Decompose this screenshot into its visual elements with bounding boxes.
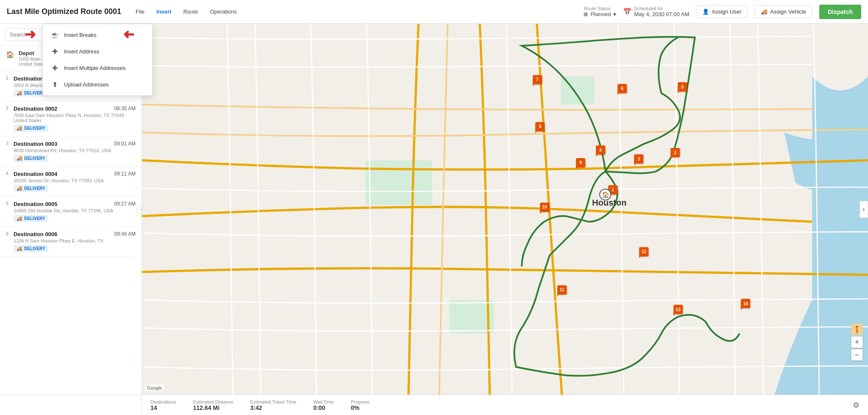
map-pin-10[interactable]: 10 bbox=[540, 203, 549, 212]
google-logo: Google bbox=[145, 384, 164, 391]
map-person-icon[interactable]: 🧍 bbox=[851, 323, 863, 335]
stat-destinations: Destinations 14 bbox=[150, 399, 176, 411]
delivery-badge-6: 🚚 DELIVERY bbox=[14, 245, 48, 252]
pin-label-6: 6 bbox=[621, 86, 623, 91]
truck-icon-2: 🚚 bbox=[17, 125, 22, 131]
scheduled-label: Scheduled for bbox=[634, 6, 689, 11]
route-addr-4: 10196 Jensen Dr, Houston, TX 77093, USA bbox=[14, 178, 136, 183]
map-pin-5[interactable]: 5 bbox=[678, 82, 687, 92]
nav-file[interactable]: File bbox=[130, 5, 150, 18]
delivery-badge-3: 🚚 DELIVERY bbox=[14, 155, 48, 162]
route-addr-6: 1104 N Sam Houston Pkwy E, Houston, TX bbox=[14, 238, 136, 243]
route-title: Last Mile Optimized Route 0001 bbox=[7, 7, 121, 16]
dropdown-upload-addresses[interactable]: ⬆ Upload Addresses bbox=[43, 76, 152, 93]
distance-label: Estimated Distance bbox=[193, 399, 234, 404]
insert-multiple-label: Insert Multiple Addresses bbox=[64, 65, 125, 71]
map-pin-12[interactable]: 12 bbox=[639, 247, 648, 256]
svg-rect-1 bbox=[365, 160, 432, 205]
dropdown-insert-address[interactable]: ✚ Insert Address bbox=[43, 43, 152, 60]
bottom-bar: Destinations 14 Estimated Distance 112.6… bbox=[0, 395, 868, 415]
truck-icon-1: 🚚 bbox=[17, 90, 22, 96]
map-controls: + − bbox=[851, 336, 863, 361]
pin-label-1: 1 bbox=[612, 187, 614, 192]
route-item-2[interactable]: 2 Destination 0002 08:35 AM 7600 East Sa… bbox=[0, 101, 142, 136]
header-right: Route Status Planned ▾ 📅 Scheduled for M… bbox=[584, 5, 861, 19]
status-dropdown-arrow[interactable]: ▾ bbox=[613, 11, 616, 17]
nav-menu: File Insert Route Operations bbox=[130, 5, 243, 18]
assign-vehicle-button[interactable]: 🚚 Assign Vehicle bbox=[754, 5, 812, 18]
route-item-4[interactable]: 4 Destination 0004 09:11 AM 10196 Jensen… bbox=[0, 167, 142, 197]
header: Last Mile Optimized Route 0001 File Inse… bbox=[0, 0, 868, 24]
settings-gear-button[interactable]: ⚙ bbox=[853, 401, 860, 410]
route-status-text: Planned bbox=[590, 11, 611, 17]
route-status-label: Route Status bbox=[584, 6, 611, 11]
dropdown-insert-multiple[interactable]: ✚ Insert Multiple Addresses bbox=[43, 60, 152, 76]
zoom-in-button[interactable]: + bbox=[851, 336, 863, 348]
route-item-6[interactable]: 6 Destination 0006 09:46 AM 1104 N Sam H… bbox=[0, 227, 142, 257]
truck-icon-3: 🚚 bbox=[17, 156, 22, 161]
pin-label-2: 2 bbox=[674, 150, 676, 155]
route-status-value[interactable]: Planned ▾ bbox=[584, 11, 616, 17]
route-name-4: Destination 0004 bbox=[14, 171, 114, 177]
scheduled-block: 📅 Scheduled for May 4, 2030 07:00 AM bbox=[623, 6, 689, 17]
header-left: Last Mile Optimized Route 0001 File Inse… bbox=[7, 5, 243, 18]
map-pin-6[interactable]: 6 bbox=[618, 84, 627, 93]
assign-user-label: Assign User bbox=[712, 8, 741, 15]
map-pin-14[interactable]: 14 bbox=[741, 299, 750, 308]
route-name-5: Destination 0005 bbox=[14, 201, 114, 207]
route-num-4: 4 bbox=[6, 171, 12, 176]
route-status-block: Route Status Planned ▾ bbox=[584, 6, 616, 17]
assign-user-button[interactable]: 👤 Assign User bbox=[696, 5, 748, 18]
scheduled-date: May 4, 2030 07:00 AM bbox=[634, 11, 689, 17]
route-name-6: Destination 0006 bbox=[14, 231, 114, 237]
route-time-3: 09:01 AM bbox=[114, 141, 136, 147]
route-name-3: Destination 0003 bbox=[14, 141, 114, 147]
route-item-3[interactable]: 3 Destination 0003 09:01 AM 9830 Homeste… bbox=[0, 136, 142, 167]
wait-time-label: Wait Time bbox=[313, 399, 334, 404]
dropdown-insert-breaks[interactable]: ☕ Insert Breaks bbox=[43, 27, 152, 43]
insert-breaks-label: Insert Breaks bbox=[64, 32, 97, 38]
map-pin-4[interactable]: 4 bbox=[596, 145, 605, 155]
route-addr-2: 7600 East Sam Houston Pkwy N, Houston, T… bbox=[14, 113, 136, 123]
route-item-5[interactable]: 5 Destination 0005 09:27 AM 14905 Old Hu… bbox=[0, 197, 142, 227]
map-pin-8[interactable]: 8 bbox=[535, 122, 545, 131]
stats-bar: Destinations 14 Estimated Distance 112.6… bbox=[142, 395, 868, 415]
route-time-4: 09:11 AM bbox=[114, 171, 136, 177]
pin-label-10: 10 bbox=[542, 205, 547, 209]
pin-label-11: 11 bbox=[559, 287, 564, 292]
route-num-1: 1 bbox=[6, 75, 12, 81]
pin-label-13: 13 bbox=[676, 307, 680, 312]
scheduled-date-block: Scheduled for May 4, 2030 07:00 AM bbox=[634, 6, 689, 17]
travel-time-value: 3:42 bbox=[250, 404, 296, 411]
map-pin-11[interactable]: 11 bbox=[557, 285, 567, 295]
stat-wait-time: Wait Time 0:00 bbox=[313, 399, 334, 411]
map-area[interactable]: 1 2 3 4 5 6 7 8 9 10 11 12 13 14 🏠 Houst… bbox=[142, 24, 868, 395]
pin-label-5: 5 bbox=[681, 85, 684, 89]
add-multi-icon: ✚ bbox=[50, 64, 59, 72]
map-pin-13[interactable]: 13 bbox=[673, 305, 683, 314]
route-num-5: 5 bbox=[6, 201, 12, 206]
breaks-icon: ☕ bbox=[50, 31, 59, 39]
delivery-badge-4: 🚚 DELIVERY bbox=[14, 185, 48, 192]
upload-addresses-label: Upload Addresses bbox=[64, 81, 109, 88]
nav-insert[interactable]: Insert bbox=[150, 5, 177, 18]
nav-operations[interactable]: Operations bbox=[204, 5, 243, 18]
upload-icon: ⬆ bbox=[50, 81, 59, 89]
map-pin-9[interactable]: 9 bbox=[576, 158, 585, 167]
dispatch-button[interactable]: Dispatch bbox=[819, 5, 861, 19]
destinations-label: Destinations bbox=[150, 399, 176, 404]
map-pin-7[interactable]: 7 bbox=[533, 75, 542, 84]
pin-label-3: 3 bbox=[638, 157, 640, 162]
map-pin-2[interactable]: 2 bbox=[670, 148, 680, 157]
stat-progress: Progress 0% bbox=[351, 399, 370, 411]
zoom-out-button[interactable]: − bbox=[851, 349, 863, 361]
route-name-2: Destination 0002 bbox=[14, 106, 114, 112]
insert-dropdown-menu: ☕ Insert Breaks ✚ Insert Address ✚ Inser… bbox=[42, 24, 153, 96]
map-pin-3[interactable]: 3 bbox=[634, 154, 643, 164]
route-num-3: 3 bbox=[6, 141, 12, 146]
status-dot bbox=[584, 12, 588, 17]
nav-route[interactable]: Route bbox=[177, 5, 204, 18]
route-time-2: 08:35 AM bbox=[114, 106, 136, 111]
pin-label-9: 9 bbox=[580, 160, 582, 165]
map-expand-button[interactable]: › bbox=[860, 201, 868, 218]
